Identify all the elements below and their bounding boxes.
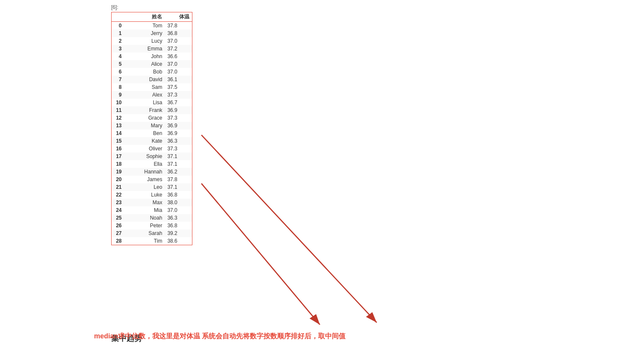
row-name: Emma xyxy=(124,45,165,53)
row-temp: 36.2 xyxy=(165,168,192,176)
page: [6]: 姓名 体温 0Tom37.81Jerry36.82Lucy37.03E… xyxy=(0,0,623,364)
table-row: 19Hannah36.2 xyxy=(112,168,192,176)
table-row: 21Leo37.1 xyxy=(112,183,192,191)
row-temp: 37.8 xyxy=(165,176,192,183)
svg-line-2 xyxy=(201,183,320,325)
row-temp: 36.9 xyxy=(165,122,192,129)
row-index: 15 xyxy=(112,137,124,145)
table-row: 22Luke36.8 xyxy=(112,191,192,199)
row-temp: 37.1 xyxy=(165,183,192,191)
row-index: 21 xyxy=(112,183,124,191)
table-row: 5Alice37.0 xyxy=(112,60,192,68)
row-index: 28 xyxy=(112,237,124,245)
row-index: 16 xyxy=(112,145,124,153)
row-index: 7 xyxy=(112,76,124,83)
table-row: 6Bob37.0 xyxy=(112,68,192,76)
row-index: 9 xyxy=(112,91,124,99)
row-name: Mia xyxy=(124,206,165,214)
row-name: Bob xyxy=(124,68,165,76)
table-row: 18Ella37.1 xyxy=(112,160,192,168)
row-name: Lisa xyxy=(124,99,165,106)
table-row: 17Sophie37.1 xyxy=(112,153,192,160)
row-index: 4 xyxy=(112,53,124,60)
row-index: 8 xyxy=(112,83,124,91)
row-index: 1 xyxy=(112,29,124,37)
row-name: Ben xyxy=(124,129,165,137)
row-name: Alice xyxy=(124,60,165,68)
row-temp: 37.8 xyxy=(165,22,192,30)
row-index: 19 xyxy=(112,168,124,176)
row-temp: 38.6 xyxy=(165,237,192,245)
row-index: 14 xyxy=(112,129,124,137)
row-temp: 37.5 xyxy=(165,83,192,91)
row-index: 26 xyxy=(112,222,124,229)
table-row: 24Mia37.0 xyxy=(112,206,192,214)
row-index: 0 xyxy=(112,22,124,30)
row-temp: 37.1 xyxy=(165,153,192,160)
table-row: 9Alex37.3 xyxy=(112,91,192,99)
row-temp: 36.9 xyxy=(165,129,192,137)
row-name: Jerry xyxy=(124,29,165,37)
row-temp: 37.0 xyxy=(165,206,192,214)
row-name: Grace xyxy=(124,114,165,122)
row-temp: 37.3 xyxy=(165,145,192,153)
row-temp: 36.3 xyxy=(165,137,192,145)
row-temp: 37.3 xyxy=(165,114,192,122)
row-temp: 36.1 xyxy=(165,76,192,83)
row-temp: 36.8 xyxy=(165,191,192,199)
row-index: 5 xyxy=(112,60,124,68)
row-name: Leo xyxy=(124,183,165,191)
row-name: Kate xyxy=(124,137,165,145)
table-row: 15Kate36.3 xyxy=(112,137,192,145)
th-temp: 体温 xyxy=(165,12,192,22)
row-name: Sophie xyxy=(124,153,165,160)
row-name: Oliver xyxy=(124,145,165,153)
table-row: 11Frank36.9 xyxy=(112,106,192,114)
table-row: 26Peter36.8 xyxy=(112,222,192,229)
table-row: 27Sarah39.2 xyxy=(112,229,192,237)
row-name: Frank xyxy=(124,106,165,114)
row-temp: 37.2 xyxy=(165,45,192,53)
table-row: 13Mary36.9 xyxy=(112,122,192,129)
cell-label: [6]: xyxy=(111,4,197,10)
row-temp: 36.6 xyxy=(165,53,192,60)
row-name: James xyxy=(124,176,165,183)
table-row: 20James37.8 xyxy=(112,176,192,183)
table-row: 3Emma37.2 xyxy=(112,45,192,53)
annotation-area xyxy=(197,4,623,325)
table-row: 12Grace37.3 xyxy=(112,114,192,122)
row-name: Hannah xyxy=(124,168,165,176)
table-row: 16Oliver37.3 xyxy=(112,145,192,153)
annotation-text: median求中位数，我这里是对体温 系统会自动先将数字按数顺序排好后，取中间值 xyxy=(94,331,415,341)
row-temp: 36.8 xyxy=(165,29,192,37)
row-temp: 37.1 xyxy=(165,160,192,168)
row-index: 22 xyxy=(112,191,124,199)
table-row: 0Tom37.8 xyxy=(112,22,192,30)
row-name: Tim xyxy=(124,237,165,245)
row-temp: 36.3 xyxy=(165,214,192,222)
bottom-section: 集中趋势 median求中位数，我这里是对体温 系统会自动先将数字按数顺序排好后… xyxy=(0,329,623,364)
row-index: 18 xyxy=(112,160,124,168)
arrows-svg xyxy=(197,4,623,325)
row-name: Luke xyxy=(124,191,165,199)
table-row: 7David36.1 xyxy=(112,76,192,83)
th-name: 姓名 xyxy=(124,12,165,22)
row-temp: 37.3 xyxy=(165,91,192,99)
row-name: Max xyxy=(124,199,165,206)
row-name: Lucy xyxy=(124,37,165,45)
table-row: 28Tim38.6 xyxy=(112,237,192,245)
row-name: Sarah xyxy=(124,229,165,237)
svg-line-1 xyxy=(201,135,377,323)
table-row: 8Sam37.5 xyxy=(112,83,192,91)
table-row: 1Jerry36.8 xyxy=(112,29,192,37)
row-index: 11 xyxy=(112,106,124,114)
row-name: Ella xyxy=(124,160,165,168)
table-row: 10Lisa36.7 xyxy=(112,99,192,106)
row-temp: 36.9 xyxy=(165,106,192,114)
row-index: 13 xyxy=(112,122,124,129)
row-index: 17 xyxy=(112,153,124,160)
row-index: 12 xyxy=(112,114,124,122)
table-row: 14Ben36.9 xyxy=(112,129,192,137)
data-table: 姓名 体温 0Tom37.81Jerry36.82Lucy37.03Emma37… xyxy=(111,12,192,245)
table-row: 2Lucy37.0 xyxy=(112,37,192,45)
